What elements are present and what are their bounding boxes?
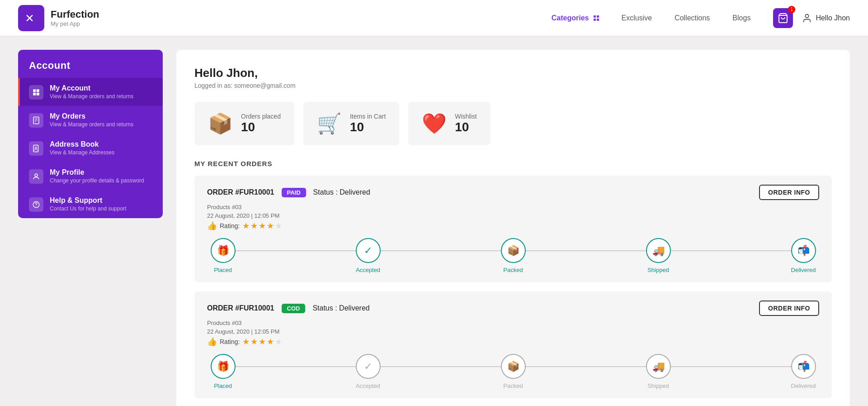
main-layout: Account My Account View & Manage orders … <box>0 36 868 406</box>
step-label-delivered-1: Delivered <box>791 267 816 273</box>
step-circle-packed-1: 📦 <box>501 238 526 263</box>
svg-rect-5 <box>33 117 39 124</box>
sidebar-item-label-my-account: My Account <box>50 84 133 92</box>
progress-step-placed-2: 🎁 Placed <box>207 354 239 389</box>
main-content: Hello Jhon, Logged in as: someone@gmail.… <box>176 50 850 406</box>
user-area[interactable]: Hello Jhon <box>802 13 850 23</box>
svg-point-13 <box>36 206 36 206</box>
step-circle-placed-2: 🎁 <box>211 354 236 379</box>
orders-count: 10 <box>241 120 281 134</box>
greeting: Hello Jhon, <box>194 66 832 80</box>
order-badge-2: COD <box>282 304 306 313</box>
cart-button[interactable]: 1 <box>773 8 793 28</box>
order-rating-1: 👍 Rating: ★ ★ ★ ★ ★ <box>207 221 819 231</box>
sidebar-item-sub-my-profile: Change your profile details & password <box>50 177 144 184</box>
my-account-icon <box>29 85 43 100</box>
stat-card-cart: 🛒 Items in Cart 10 <box>303 102 399 145</box>
sidebar-item-my-account[interactable]: My Account View & Manage orders and retu… <box>18 78 163 106</box>
main-nav: Categories Exclusive Collections Blogs <box>552 14 751 22</box>
svg-rect-4 <box>37 93 39 96</box>
order-number-2: ORDER #FUR10001 <box>207 304 274 312</box>
my-profile-icon <box>29 169 43 184</box>
progress-step-delivered-2: 📬 Delivered <box>788 354 819 389</box>
sidebar-item-my-profile[interactable]: My Profile Change your profile details &… <box>18 162 163 190</box>
order-badge-1: PAID <box>282 188 306 197</box>
logo-sub: My pet App <box>51 20 99 27</box>
sidebar-item-sub-my-orders: View & Manage orders and returns <box>50 121 133 128</box>
thumb-icon-2: 👍 <box>207 337 217 347</box>
stat-info-orders: Orders placed 10 <box>241 113 281 134</box>
svg-rect-1 <box>33 89 36 92</box>
sidebar-item-sub-my-account: View & Manage orders and returns <box>50 93 133 100</box>
step-label-packed-1: Packed <box>503 267 523 273</box>
order-info-button-1[interactable]: ORDER INFO <box>759 185 819 200</box>
wishlist-label: Wishlist <box>455 113 476 120</box>
star-2-5: ★ <box>275 337 282 347</box>
rating-label-1: Rating: <box>220 222 240 229</box>
nav-blogs-label: Blogs <box>732 14 750 22</box>
step-label-accepted-2: Accepted <box>356 382 380 389</box>
logo-area: ✕ Furfection My pet App <box>18 5 99 31</box>
step-label-shipped-1: Shipped <box>647 267 669 273</box>
star-2-4: ★ <box>267 337 274 347</box>
step-label-placed-2: Placed <box>214 382 232 389</box>
nav-collections-label: Collections <box>675 14 710 22</box>
sidebar-item-my-orders[interactable]: My Orders View & Manage orders and retur… <box>18 106 163 134</box>
sidebar-item-sub-address-book: View & Manage Addresses <box>50 149 114 156</box>
sidebar: Account My Account View & Manage orders … <box>18 50 163 218</box>
step-circle-shipped-1: 🚚 <box>646 238 671 263</box>
progress-step-delivered-1: 📬 Delivered <box>788 238 819 273</box>
stat-card-orders: 📦 Orders placed 10 <box>194 102 294 145</box>
logged-in-text: Logged in as: someone@gmail.com <box>194 82 832 89</box>
step-label-delivered-2: Delivered <box>791 382 816 389</box>
stat-info-wishlist: Wishlist 10 <box>455 113 476 134</box>
cart-icon: 🛒 <box>317 112 342 135</box>
order-card-2: ORDER #FUR10001 COD Status : Delivered O… <box>194 291 832 398</box>
progress-step-packed-2: 📦 Packed <box>497 354 529 389</box>
order-progress-1: 🎁 Placed ✓ Accepted 📦 Packed 🚚 Shipped 📬 <box>207 238 819 273</box>
order-info-button-2[interactable]: ORDER INFO <box>759 301 819 316</box>
stat-info-cart: Items in Cart 10 <box>350 113 386 134</box>
step-label-placed-1: Placed <box>214 267 232 273</box>
address-book-icon <box>29 141 43 156</box>
orders-label: Orders placed <box>241 113 281 120</box>
sidebar-item-text-my-orders: My Orders View & Manage orders and retur… <box>50 112 133 128</box>
logo-title: Furfection <box>51 9 99 20</box>
progress-step-packed-1: 📦 Packed <box>497 238 529 273</box>
step-label-shipped-2: Shipped <box>647 382 669 389</box>
sidebar-item-label-address-book: Address Book <box>50 140 114 148</box>
star-1-1: ★ <box>242 221 250 231</box>
logo-icon[interactable]: ✕ <box>18 5 44 31</box>
order-number-1: ORDER #FUR10001 <box>207 188 274 196</box>
nav-exclusive[interactable]: Exclusive <box>622 14 652 22</box>
order-header-2: ORDER #FUR10001 COD Status : Delivered O… <box>207 301 819 316</box>
cart-badge: 1 <box>788 6 795 13</box>
order-progress-2: 🎁 Placed ✓ Accepted 📦 Packed 🚚 Shipped 📬 <box>207 354 819 389</box>
nav-collections[interactable]: Collections <box>675 14 710 22</box>
grid-icon <box>594 15 599 21</box>
cart-label: Items in Cart <box>350 113 386 120</box>
step-circle-accepted-2: ✓ <box>356 354 381 379</box>
svg-rect-2 <box>37 89 39 92</box>
progress-step-accepted-2: ✓ Accepted <box>352 354 384 389</box>
logo-text: Furfection My pet App <box>51 9 99 27</box>
nav-categories[interactable]: Categories <box>552 14 599 22</box>
stars-1: ★ ★ ★ ★ ★ <box>242 221 282 231</box>
sidebar-item-label-my-orders: My Orders <box>50 112 133 120</box>
wishlist-icon: ❤️ <box>422 112 447 135</box>
progress-step-accepted-1: ✓ Accepted <box>352 238 384 273</box>
progress-step-shipped-1: 🚚 Shipped <box>642 238 674 273</box>
thumb-icon-1: 👍 <box>207 221 217 231</box>
sidebar-item-sub-help-support: Contact Us for help and support <box>50 205 126 212</box>
sidebar-item-address-book[interactable]: Address Book View & Manage Addresses <box>18 134 163 162</box>
svg-text:✕: ✕ <box>25 12 34 24</box>
order-products-1: Products #03 <box>207 204 819 210</box>
sidebar-item-help-support[interactable]: Help & Support Contact Us for help and s… <box>18 190 163 218</box>
sidebar-item-text-address-book: Address Book View & Manage Addresses <box>50 140 114 156</box>
order-status-2: Status : Delivered <box>312 304 369 312</box>
nav-blogs[interactable]: Blogs <box>732 14 750 22</box>
step-circle-shipped-2: 🚚 <box>646 354 671 379</box>
orders-icon: 📦 <box>208 112 233 135</box>
step-circle-placed-1: 🎁 <box>211 238 236 263</box>
progress-step-placed-1: 🎁 Placed <box>207 238 239 273</box>
